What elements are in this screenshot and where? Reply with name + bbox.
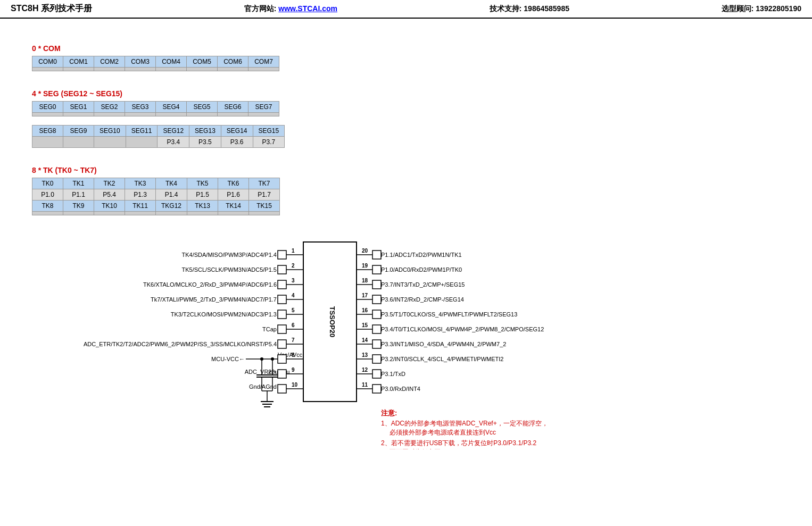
pin16-label: P3.5/T1/T0CLKO/SS_4/PWMFLT/PWMFLT2/SEG13: [381, 311, 517, 318]
pin5-label: TK3/T2CLKO/MOSI/PWM2N/ADC3/P1.3: [171, 311, 277, 318]
pin6-label: TCap: [262, 326, 277, 332]
seg-header-cell2: SEG12: [158, 126, 189, 137]
pin1-label: TK4/SDA/MISO/PWM3P/ADC4/P1.4: [182, 252, 277, 258]
com-title: 0 * COM: [32, 44, 780, 53]
seg-header-cell: SEG1: [63, 102, 94, 113]
pin18-box: [372, 280, 381, 289]
seg-value-cell: [248, 113, 279, 116]
tk-header-cell: TK7: [249, 178, 280, 189]
pin17-num: 17: [362, 293, 368, 298]
tk-header-cell2: TK9: [63, 201, 94, 212]
header: STC8H 系列技术手册 官方网站: www.STCAI.com 技术支持: 1…: [0, 0, 812, 19]
pin19-box: [372, 265, 381, 274]
pin11-label: P3.0/RxD/INT4: [381, 386, 420, 392]
pin12-num: 12: [362, 367, 368, 373]
pin9-num: 9: [292, 367, 295, 373]
pin7-label: ADC_ETR/TK2/T2/ADC2/PWM6_2/PWM2P/SS_3/SS…: [84, 341, 277, 347]
pin13-num: 13: [362, 352, 368, 358]
pin15-num: 15: [362, 322, 368, 328]
seg-value-cell: [63, 113, 94, 116]
pin2-box: [278, 265, 286, 274]
seg-header-cell: SEG4: [156, 102, 187, 113]
com-header-cell: COM6: [218, 56, 248, 68]
pin10-box: [278, 385, 286, 393]
com-value-cell: [32, 68, 63, 71]
note-1b: 必须接外部参考电源或者直接连到Vcc: [390, 429, 496, 436]
seg-table-top: SEG0SEG1SEG2SEG3SEG4SEG5SEG6SEG7: [32, 101, 279, 116]
tk-value-cell2: [63, 212, 94, 215]
tk-header-cell2: TK11: [125, 201, 156, 212]
tk-section: 8 * TK (TK0 ~ TK7) TK0TK1TK2TK3TK4TK5TK6…: [32, 166, 780, 215]
pin13-box: [372, 355, 381, 363]
pin1-num: 1: [292, 248, 295, 254]
seg-value-cell: [187, 113, 218, 116]
tk-header-cell2: TK13: [187, 201, 218, 212]
pin1-box: [278, 251, 286, 259]
tk-header-cell: TK4: [156, 178, 187, 189]
com-header-cell: COM3: [125, 56, 156, 68]
pin8-label: MCU-VCC←: [211, 356, 245, 362]
ic-body-label: TSSOP20: [328, 306, 336, 338]
com-value-cell: [156, 68, 187, 71]
pin9-label: ADC_VRef+: [245, 369, 277, 375]
pin15-label: P3.4/T0/T1CLKO/MOSI_4/PWM4P_2/PWM8_2/CMP…: [381, 326, 544, 332]
pin17-label: P3.6/INT2/RxD_2/CMP-/SEG14: [381, 296, 464, 303]
tk-value-cell: P5.4: [94, 189, 125, 201]
pin18-label: P3.7/INT3/TxD_2/CMP+/SEG15: [381, 281, 465, 288]
tk-header-cell: TK6: [218, 178, 249, 189]
pin14-num: 14: [362, 337, 368, 343]
seg-value-cell: [125, 113, 156, 116]
note-2a: 2、若不需要进行USB下载，芯片复位时P3.0/P3.1/P3.2: [381, 439, 536, 447]
pin5-box: [278, 310, 286, 319]
seg-value-cell: [156, 113, 187, 116]
tk-value-cell: P1.4: [156, 189, 187, 201]
seg-value-cell2: [94, 137, 126, 148]
com-header-cell: COM2: [94, 56, 125, 68]
pin6-num: 6: [292, 322, 295, 328]
seg-header-cell: SEG5: [187, 102, 218, 113]
seg-header-cell2: SEG15: [253, 126, 285, 137]
seg-value-cell2: P3.5: [189, 137, 221, 148]
com-header-cell: COM5: [187, 56, 218, 68]
tk-value-cell2: [249, 212, 280, 215]
pin9-box: [278, 370, 286, 378]
pin16-num: 16: [362, 307, 368, 313]
tk-table: TK0TK1TK2TK3TK4TK5TK6TK7 P1.0P1.1P5.4P1.…: [32, 178, 280, 215]
seg-header-cell2: SEG14: [221, 126, 253, 137]
ic-svg: TK4/SDA/MISO/PWM3P/ADC4/P1.4 1 TK5/SCL/S…: [32, 237, 756, 449]
note-2b: 不可同时为低电平: [390, 448, 441, 449]
website-link[interactable]: www.STCAI.com: [278, 4, 337, 13]
tk-header-cell: TK1: [63, 178, 94, 189]
pin8-box: [278, 355, 286, 363]
tk-value-cell2: [94, 212, 125, 215]
com-header-cell: COM4: [156, 56, 187, 68]
com-header-cell: COM1: [63, 56, 94, 68]
pin14-box: [372, 340, 381, 348]
seg-value-cell: [218, 113, 248, 116]
pin3-label: TK6/XTALO/MCLKO_2/RxD_3/PWM4P/ADC6/P1.6: [143, 281, 277, 288]
seg-value-cell2: P3.6: [221, 137, 253, 148]
pin4-label: Tk7/XTALI/PWM5_2/TxD_3/PWM4N/ADC7/P1.7: [151, 296, 277, 303]
tk-value-cell: P1.7: [249, 189, 280, 201]
pin15-box: [372, 325, 381, 333]
pin20-box: [372, 251, 381, 259]
pin17-box: [372, 295, 381, 304]
seg-header-cell: SEG6: [218, 102, 248, 113]
pin16-box: [372, 310, 381, 319]
seg-value-cell2: [32, 137, 63, 148]
tk-header-cell2: TK10: [94, 201, 125, 212]
header-website: 官方网站: www.STCAI.com: [244, 4, 337, 14]
pin3-box: [278, 280, 286, 289]
seg-value-cell: [94, 113, 125, 116]
tk-value-cell2: [32, 212, 63, 215]
header-support: 技术支持: 19864585985: [490, 4, 569, 14]
seg-header-cell2: SEG8: [32, 126, 63, 137]
tk-header-cell: TK3: [125, 178, 156, 189]
seg-table-bot: SEG8SEG9SEG10SEG11SEG12SEG13SEG14SEG15 P…: [32, 125, 285, 148]
tk-header-cell2: TKG12: [156, 201, 187, 212]
pin3-num: 3: [292, 278, 295, 283]
seg-value-cell2: P3.4: [158, 137, 189, 148]
pin11-num: 11: [362, 382, 368, 388]
tk-value-cell: P1.6: [218, 189, 249, 201]
seg-value-cell2: [63, 137, 94, 148]
